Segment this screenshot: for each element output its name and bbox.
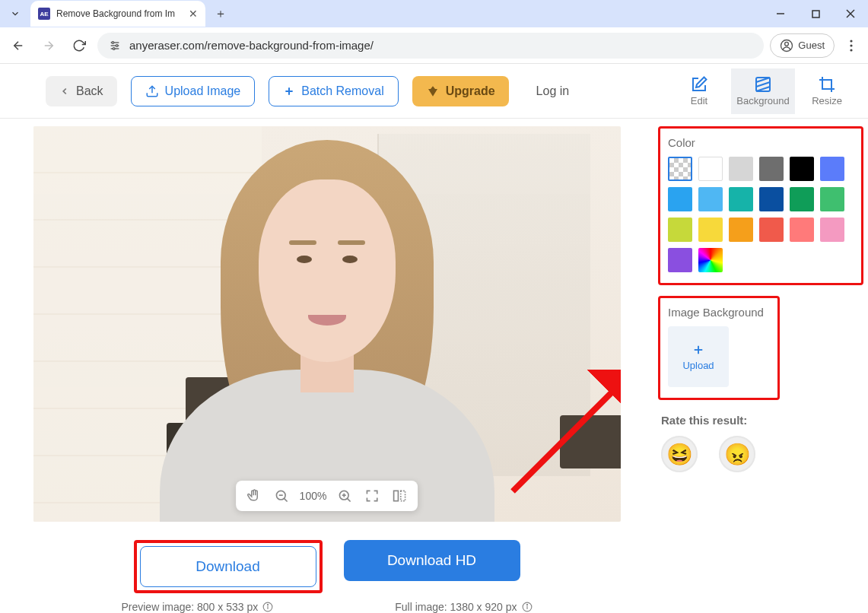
upgrade-button[interactable]: Upgrade [412,76,509,106]
color-swatch[interactable] [668,248,692,272]
color-swatch[interactable] [759,187,784,211]
rate-title: Rate this result: [661,414,863,427]
window-maximize-button[interactable] [798,0,833,27]
svg-rect-24 [822,80,831,89]
color-swatch[interactable] [759,218,784,242]
info-icon[interactable] [522,602,533,612]
color-swatch[interactable] [820,157,844,181]
preview-canvas[interactable]: 100% [33,126,621,522]
svg-point-37 [268,605,269,605]
foreground-person [152,126,502,522]
color-swatch[interactable] [698,248,723,272]
browser-tab-active[interactable]: AE Remove Background from Im ✕ [30,1,205,27]
browser-menu-button[interactable] [841,33,862,58]
color-swatch[interactable] [729,218,753,242]
svg-point-11 [113,47,115,49]
close-tab-icon[interactable]: ✕ [189,8,198,20]
login-link[interactable]: Log in [536,84,570,98]
batch-removal-button[interactable]: Batch Removal [269,76,399,106]
site-settings-icon[interactable] [108,39,122,52]
svg-point-14 [850,40,852,42]
color-swatch[interactable] [790,187,814,211]
tab-title: Remove Background from Im [56,8,183,19]
color-swatch[interactable] [790,218,814,242]
browser-titlebar: AE Remove Background from Im ✕ ＋ [0,0,868,27]
background-box [560,415,621,468]
back-button[interactable]: Back [46,76,117,106]
color-swatch[interactable] [698,218,723,242]
batch-removal-label: Batch Removal [301,84,384,98]
image-bg-title: Image Background [668,306,770,319]
nav-reload-button[interactable] [67,33,91,58]
profile-label: Guest [798,40,825,51]
download-button[interactable]: Download [140,546,316,587]
nav-forward-button[interactable] [37,33,61,58]
color-swatch[interactable] [790,157,814,181]
upload-image-label: Upload Image [165,84,241,98]
tool-background[interactable]: Background [731,68,795,114]
pan-tool-icon[interactable] [245,487,263,505]
color-swatch[interactable] [668,218,692,242]
color-swatch[interactable] [759,157,784,181]
url-text: anyeraser.com/remove-background-from-ima… [129,39,374,52]
diamond-icon [426,84,440,98]
image-background-panel: Image Background Upload [658,296,780,400]
color-swatch[interactable] [729,187,753,211]
back-button-label: Back [76,84,103,98]
tool-resize[interactable]: Resize [795,68,859,114]
compare-icon[interactable] [390,487,409,505]
edit-icon [690,75,708,94]
tab-favicon: AE [38,8,50,20]
url-input[interactable]: anyeraser.com/remove-background-from-ima… [97,33,764,59]
download-hd-button[interactable]: Download HD [344,540,520,581]
browser-address-bar: anyeraser.com/remove-background-from-ima… [0,27,868,64]
upload-background-button[interactable]: Upload [668,326,729,387]
info-icon[interactable] [262,602,273,612]
upload-image-button[interactable]: Upload Image [131,76,256,106]
color-panel-title: Color [668,136,854,149]
tool-edit[interactable]: Edit [667,68,731,114]
rate-angry-button[interactable]: 😠 [719,436,755,472]
side-panel: Color Image Background Upload Rate this … [653,119,868,613]
svg-line-26 [284,498,287,501]
plus-icon [283,85,295,97]
app-toolbar: Back Upload Image Batch Removal Upgrade … [0,64,868,119]
tab-dropdown-button[interactable] [5,3,26,24]
download-highlight-box: Download [134,540,323,593]
svg-rect-1 [812,11,819,17]
fullscreen-icon[interactable] [363,487,381,505]
color-swatch[interactable] [668,187,692,211]
svg-point-40 [526,605,527,605]
svg-point-16 [850,49,852,51]
zoom-in-icon[interactable] [335,487,354,505]
svg-point-15 [850,44,852,46]
color-swatch[interactable] [698,157,723,181]
color-swatches [668,157,854,272]
svg-point-10 [116,44,118,46]
tool-resize-label: Resize [812,95,842,106]
upload-background-label: Upload [682,360,714,371]
canvas-controls: 100% [236,481,418,511]
zoom-level: 100% [300,490,327,502]
color-swatch[interactable] [668,157,692,181]
profile-button[interactable]: Guest [770,33,835,58]
background-icon [754,75,772,94]
color-swatch[interactable] [820,218,844,242]
tool-edit-label: Edit [691,95,707,106]
color-swatch[interactable] [820,187,844,211]
upgrade-label: Upgrade [446,84,495,98]
color-swatch[interactable] [698,187,723,211]
color-swatch[interactable] [729,157,753,181]
nav-back-button[interactable] [6,33,30,58]
svg-rect-32 [394,491,399,500]
svg-point-9 [112,41,114,43]
svg-rect-33 [401,491,405,500]
zoom-out-icon[interactable] [272,487,291,505]
new-tab-button[interactable]: ＋ [210,3,231,24]
preview-dimensions: Preview image: 800 x 533 px [121,601,273,613]
window-close-button[interactable] [833,0,868,27]
rate-happy-button[interactable]: 😆 [661,436,698,472]
window-minimize-button[interactable] [763,0,798,27]
resize-icon [818,75,836,94]
svg-line-22 [756,82,770,87]
